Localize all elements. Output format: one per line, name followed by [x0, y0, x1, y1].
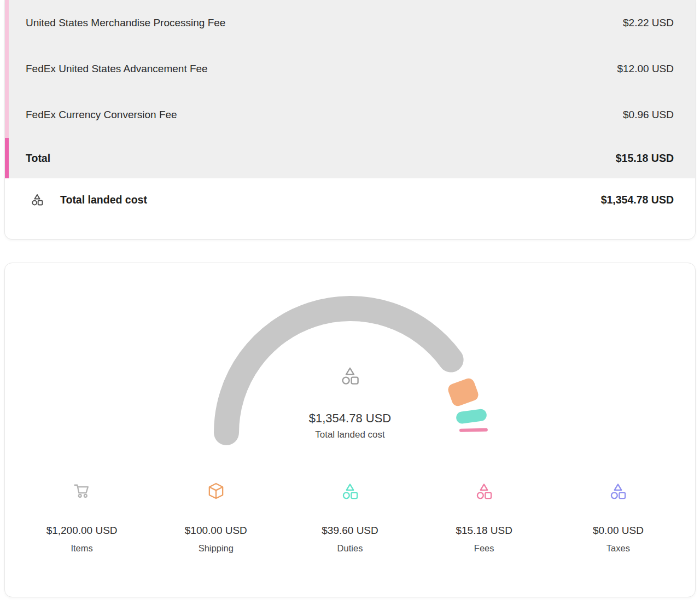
fees-breakdown-card: United States Merchandise Processing Fee…	[4, 0, 696, 240]
stat-fees: $15.18 USD Fees	[417, 481, 551, 554]
stat-taxes: $0.00 USD Taxes	[551, 481, 685, 554]
fee-row: United States Merchandise Processing Fee…	[5, 0, 695, 46]
cost-breakdown-stats: $1,200.00 USD Items $100.00 USD Shipping…	[15, 481, 685, 554]
stat-duties: $39.60 USD Duties	[283, 481, 417, 554]
fee-value: $2.22 USD	[623, 17, 674, 29]
package-icon	[206, 481, 226, 501]
stat-shipping: $100.00 USD Shipping	[149, 481, 283, 554]
stat-items: $1,200.00 USD Items	[15, 481, 149, 554]
fee-rows: United States Merchandise Processing Fee…	[5, 0, 695, 178]
accent-strip-light	[5, 0, 9, 138]
fees-total-label: Total	[26, 152, 50, 165]
fee-value: $12.00 USD	[617, 63, 674, 75]
stat-label: Items	[71, 543, 92, 554]
shapes-icon	[474, 481, 494, 501]
stat-value: $39.60 USD	[322, 524, 378, 537]
accent-strip-strong	[5, 138, 9, 178]
gauge-center-caption: Total landed cost	[315, 428, 385, 441]
shapes-icon	[339, 365, 361, 387]
total-landed-cost-row: Total landed cost $1,354.78 USD	[5, 178, 695, 221]
fee-row: FedEx Currency Conversion Fee $0.96 USD	[5, 92, 695, 138]
fees-total-value: $15.18 USD	[616, 152, 674, 165]
cart-icon	[72, 481, 92, 501]
fee-label: FedEx Currency Conversion Fee	[26, 109, 177, 121]
gauge-center-value: $1,354.78 USD	[309, 411, 391, 426]
shapes-icon	[30, 193, 44, 207]
stat-label: Taxes	[606, 543, 630, 554]
fees-total-row: Total $15.18 USD	[5, 138, 695, 178]
stat-value: $1,200.00 USD	[46, 524, 118, 537]
fees-accent-strip	[5, 0, 9, 178]
stat-label: Fees	[474, 543, 494, 554]
stat-label: Shipping	[199, 543, 234, 554]
shapes-icon	[340, 481, 360, 501]
stat-value: $100.00 USD	[185, 524, 247, 537]
total-landed-cost-label: Total landed cost	[60, 194, 147, 206]
total-landed-cost-value: $1,354.78 USD	[601, 194, 674, 206]
stat-label: Duties	[337, 543, 363, 554]
landed-cost-gauge-card: $1,354.78 USD Total landed cost $1,200.0…	[4, 263, 696, 597]
fee-value: $0.96 USD	[623, 109, 674, 121]
fee-row: FedEx United States Advancement Fee $12.…	[5, 46, 695, 92]
shapes-icon	[608, 481, 628, 501]
fee-label: FedEx United States Advancement Fee	[26, 63, 208, 75]
fee-label: United States Merchandise Processing Fee	[26, 17, 225, 29]
stat-value: $15.18 USD	[456, 524, 512, 537]
stat-value: $0.00 USD	[593, 524, 644, 537]
gauge-center: $1,354.78 USD Total landed cost	[5, 365, 695, 441]
